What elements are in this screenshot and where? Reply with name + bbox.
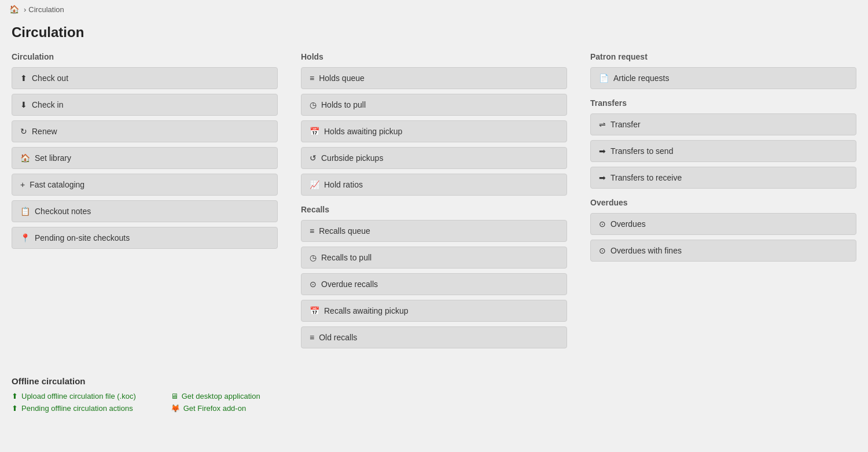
renew-label: Renew bbox=[32, 127, 57, 136]
upload-icon: ⬆ bbox=[12, 392, 18, 400]
pending-offline-label: Pending offline circulation actions bbox=[21, 404, 133, 413]
renew-button[interactable]: ↻ Renew bbox=[12, 120, 278, 142]
fast-cataloging-label: Fast cataloging bbox=[30, 180, 84, 189]
transfers-to-receive-label: Transfers to receive bbox=[610, 173, 682, 182]
article-requests-icon: 📄 bbox=[599, 74, 609, 83]
checkout-icon: ⬆ bbox=[20, 74, 27, 83]
overdue-recalls-label: Overdue recalls bbox=[321, 280, 378, 289]
recalls-awaiting-icon: 📅 bbox=[310, 306, 319, 315]
old-recalls-button[interactable]: ≡ Old recalls bbox=[301, 326, 567, 348]
get-desktop-link[interactable]: 🖥 Get desktop application bbox=[171, 392, 260, 400]
recalls-queue-icon: ≡ bbox=[310, 226, 314, 236]
fast-cataloging-button[interactable]: + Fast cataloging bbox=[12, 174, 278, 196]
desktop-icon: 🖥 bbox=[171, 392, 178, 400]
circulation-section-title: Circulation bbox=[12, 52, 278, 61]
transfers-to-send-button[interactable]: ➡ Transfers to send bbox=[590, 140, 856, 162]
check-in-label: Check in bbox=[32, 100, 63, 109]
holds-awaiting-label: Holds awaiting pickup bbox=[324, 127, 402, 136]
holds-to-pull-label: Holds to pull bbox=[321, 100, 366, 109]
article-requests-button[interactable]: 📄 Article requests bbox=[590, 67, 856, 89]
pending-on-site-button[interactable]: 📍 Pending on-site checkouts bbox=[12, 227, 278, 249]
transfer-label: Transfer bbox=[610, 120, 641, 129]
upload-offline-link[interactable]: ⬆ Upload offline circulation file (.koc) bbox=[12, 392, 136, 400]
set-library-label: Set library bbox=[35, 153, 71, 163]
recalls-awaiting-pickup-button[interactable]: 📅 Recalls awaiting pickup bbox=[301, 300, 567, 322]
article-requests-label: Article requests bbox=[613, 74, 669, 83]
holds-section-title: Holds bbox=[301, 52, 567, 61]
overdue-recalls-button[interactable]: ⊙ Overdue recalls bbox=[301, 273, 567, 295]
old-recalls-icon: ≡ bbox=[310, 333, 314, 342]
holds-awaiting-pickup-button[interactable]: 📅 Holds awaiting pickup bbox=[301, 120, 567, 142]
set-library-button[interactable]: 🏠 Set library bbox=[12, 147, 278, 169]
breadcrumb-current: Circulation bbox=[28, 5, 64, 14]
holds-recalls-column: Holds ≡ Holds queue ◷ Holds to pull 📅 Ho… bbox=[301, 52, 567, 353]
get-firefox-label: Get Firefox add-on bbox=[183, 404, 246, 413]
pending-on-site-label: Pending on-site checkouts bbox=[35, 233, 130, 242]
transfer-icon: ⇌ bbox=[599, 120, 606, 129]
hold-ratios-label: Hold ratios bbox=[324, 180, 363, 189]
offline-links-right: 🖥 Get desktop application 🦊 Get Firefox … bbox=[171, 392, 260, 413]
curbside-label: Curbside pickups bbox=[321, 153, 383, 163]
patron-transfers-column: Patron request 📄 Article requests Transf… bbox=[590, 52, 856, 266]
transfers-section-title: Transfers bbox=[590, 98, 856, 108]
fast-cataloging-icon: + bbox=[20, 180, 25, 189]
get-desktop-label: Get desktop application bbox=[182, 392, 260, 400]
transfers-to-send-icon: ➡ bbox=[599, 146, 606, 156]
recalls-to-pull-label: Recalls to pull bbox=[321, 253, 372, 262]
hold-ratios-button[interactable]: 📈 Hold ratios bbox=[301, 174, 567, 196]
recalls-to-pull-button[interactable]: ◷ Recalls to pull bbox=[301, 247, 567, 269]
overdues-button[interactable]: ⊙ Overdues bbox=[590, 213, 856, 235]
hold-ratios-icon: 📈 bbox=[310, 180, 319, 189]
holds-awaiting-icon: 📅 bbox=[310, 127, 319, 136]
pending-offline-icon: ⬆ bbox=[12, 404, 18, 413]
recalls-section-title: Recalls bbox=[301, 205, 567, 214]
recalls-to-pull-icon: ◷ bbox=[310, 253, 317, 262]
checkout-notes-button[interactable]: 📋 Checkout notes bbox=[12, 200, 278, 222]
checkout-notes-icon: 📋 bbox=[20, 207, 30, 216]
check-in-button[interactable]: ⬇ Check in bbox=[12, 94, 278, 116]
get-firefox-link[interactable]: 🦊 Get Firefox add-on bbox=[171, 404, 260, 413]
holds-to-pull-icon: ◷ bbox=[310, 100, 317, 109]
breadcrumb-separator: › bbox=[24, 5, 26, 14]
set-library-icon: 🏠 bbox=[20, 153, 30, 163]
pending-on-site-icon: 📍 bbox=[20, 233, 30, 242]
curbside-icon: ↺ bbox=[310, 153, 317, 163]
overdue-recalls-icon: ⊙ bbox=[310, 280, 317, 289]
upload-offline-label: Upload offline circulation file (.koc) bbox=[21, 392, 136, 400]
page-title: Circulation bbox=[12, 24, 856, 41]
transfer-button[interactable]: ⇌ Transfer bbox=[590, 113, 856, 135]
recalls-awaiting-label: Recalls awaiting pickup bbox=[324, 306, 409, 315]
holds-queue-label: Holds queue bbox=[319, 74, 365, 83]
offline-links: ⬆ Upload offline circulation file (.koc)… bbox=[12, 392, 856, 413]
offline-title: Offline circulation bbox=[12, 376, 856, 386]
recalls-queue-button[interactable]: ≡ Recalls queue bbox=[301, 220, 567, 242]
transfers-to-send-label: Transfers to send bbox=[610, 146, 673, 156]
overdues-with-fines-button[interactable]: ⊙ Overdues with fines bbox=[590, 240, 856, 262]
overdues-section-title: Overdues bbox=[590, 198, 856, 207]
overdues-icon: ⊙ bbox=[599, 219, 606, 229]
breadcrumb: 🏠 › Circulation bbox=[0, 0, 868, 19]
recalls-queue-label: Recalls queue bbox=[319, 226, 370, 236]
overdues-label: Overdues bbox=[610, 219, 646, 229]
curbside-pickups-button[interactable]: ↺ Curbside pickups bbox=[301, 147, 567, 169]
main-columns: Circulation ⬆ Check out ⬇ Check in ↻ Ren… bbox=[12, 52, 856, 353]
transfers-to-receive-icon: ➡ bbox=[599, 173, 606, 182]
firefox-icon: 🦊 bbox=[171, 404, 180, 413]
offline-section: Offline circulation ⬆ Upload offline cir… bbox=[12, 376, 856, 413]
pending-offline-link[interactable]: ⬆ Pending offline circulation actions bbox=[12, 404, 136, 413]
check-out-button[interactable]: ⬆ Check out bbox=[12, 67, 278, 89]
offline-links-left: ⬆ Upload offline circulation file (.koc)… bbox=[12, 392, 136, 413]
old-recalls-label: Old recalls bbox=[319, 333, 357, 342]
checkout-notes-label: Checkout notes bbox=[35, 207, 91, 216]
holds-queue-icon: ≡ bbox=[310, 74, 314, 83]
holds-to-pull-button[interactable]: ◷ Holds to pull bbox=[301, 94, 567, 116]
check-out-label: Check out bbox=[32, 74, 68, 83]
holds-queue-button[interactable]: ≡ Holds queue bbox=[301, 67, 567, 89]
overdues-fines-icon: ⊙ bbox=[599, 246, 606, 255]
patron-request-title: Patron request bbox=[590, 52, 856, 61]
transfers-to-receive-button[interactable]: ➡ Transfers to receive bbox=[590, 167, 856, 189]
home-icon[interactable]: 🏠 bbox=[9, 5, 19, 14]
overdues-with-fines-label: Overdues with fines bbox=[610, 246, 682, 255]
circulation-column: Circulation ⬆ Check out ⬇ Check in ↻ Ren… bbox=[12, 52, 278, 253]
page-container: Circulation Circulation ⬆ Check out ⬇ Ch… bbox=[0, 19, 868, 436]
